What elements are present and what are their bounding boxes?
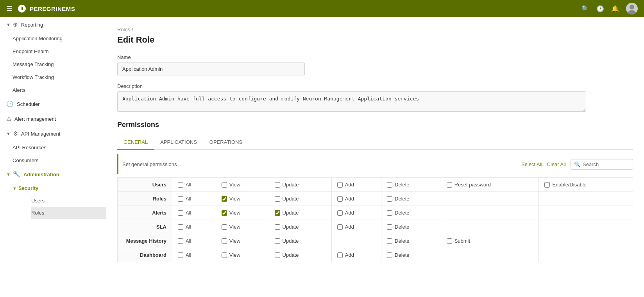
checkbox-delete[interactable]	[387, 224, 392, 230]
perm-cell-update[interactable]: Update	[269, 206, 331, 220]
sidebar-item-security[interactable]: ▼ Security	[13, 182, 106, 195]
checkbox-update[interactable]	[275, 210, 280, 216]
checkbox-extra2[interactable]	[544, 182, 550, 188]
perm-cell-all[interactable]: All	[172, 178, 216, 192]
perm-cell-extra1[interactable]	[441, 220, 539, 234]
perm-cell-add[interactable]: Add	[331, 220, 381, 234]
checkbox-all[interactable]	[178, 182, 183, 188]
perm-cell-view[interactable]: View	[216, 234, 269, 248]
clock-icon[interactable]: 🕐	[596, 5, 604, 13]
tab-applications[interactable]: APPLICATIONS	[154, 135, 203, 150]
checkbox-update[interactable]	[275, 252, 280, 258]
perm-cell-add[interactable]: Add	[331, 248, 381, 262]
perm-cell-view[interactable]: View	[216, 220, 269, 234]
sidebar-item-application-monitoring[interactable]: Application Monitoring	[13, 32, 106, 45]
search-input[interactable]	[583, 161, 630, 167]
checkbox-delete[interactable]	[387, 182, 392, 188]
checkbox-add[interactable]	[337, 182, 343, 188]
checkbox-delete[interactable]	[387, 252, 392, 258]
checkbox-add[interactable]	[337, 224, 343, 230]
perm-cell-extra1[interactable]: Submit	[441, 234, 539, 248]
checkbox-all[interactable]	[178, 252, 183, 258]
perm-cell-update[interactable]: Update	[269, 248, 331, 262]
tab-general[interactable]: GENERAL	[117, 135, 154, 150]
perm-cell-extra2[interactable]	[539, 248, 633, 262]
perm-cell-view[interactable]: View	[216, 248, 269, 262]
perm-cell-extra2[interactable]	[539, 220, 633, 234]
checkbox-add[interactable]	[337, 252, 343, 258]
sidebar-item-reporting[interactable]: ▼ ⊕ Reporting	[0, 17, 106, 32]
perm-cell-delete[interactable]: Delete	[381, 248, 441, 262]
perm-cell-extra2[interactable]	[539, 234, 633, 248]
checkbox-update[interactable]	[275, 182, 280, 188]
breadcrumb[interactable]: Roles /	[117, 27, 633, 32]
sidebar-item-alert-management[interactable]: ⚠ Alert management	[0, 111, 106, 126]
breadcrumb-parent[interactable]: Roles	[117, 27, 130, 32]
sidebar-item-alerts[interactable]: Alerts	[13, 84, 106, 97]
perm-cell-add[interactable]: Add	[331, 192, 381, 206]
perm-cell-delete[interactable]: Delete	[381, 178, 441, 192]
sidebar-item-roles[interactable]: Roles	[31, 207, 106, 219]
checkbox-extra1[interactable]	[447, 182, 452, 188]
sidebar-item-api-management[interactable]: ▼ ⚙ API Management	[0, 126, 106, 141]
perm-cell-extra1[interactable]	[441, 248, 539, 262]
perm-cell-add[interactable]: Add	[331, 178, 381, 192]
checkbox-all[interactable]	[178, 224, 183, 230]
perm-cell-update[interactable]: Update	[269, 220, 331, 234]
user-avatar[interactable]	[626, 3, 638, 14]
perm-cell-delete[interactable]: Delete	[381, 234, 441, 248]
description-input[interactable]: Application Admin have full access to co…	[117, 91, 586, 112]
perm-cell-view[interactable]: View	[216, 206, 269, 220]
perm-cell-extra2[interactable]: Enable/Disable	[539, 178, 633, 192]
perm-cell-all[interactable]: All	[172, 220, 216, 234]
perm-cell-update[interactable]: Update	[269, 192, 331, 206]
checkbox-delete[interactable]	[387, 210, 392, 216]
perm-cell-view[interactable]: View	[216, 178, 269, 192]
checkbox-delete[interactable]	[387, 238, 392, 244]
checkbox-all[interactable]	[178, 238, 183, 244]
perm-cell-update[interactable]: Update	[269, 178, 331, 192]
name-input[interactable]	[117, 63, 305, 75]
checkbox-update[interactable]	[275, 238, 280, 244]
checkbox-delete[interactable]	[387, 196, 392, 202]
perm-cell-extra2[interactable]	[539, 206, 633, 220]
checkbox-add[interactable]	[337, 210, 343, 216]
perm-cell-add[interactable]	[331, 234, 381, 248]
select-all-button[interactable]: Select All	[521, 161, 542, 167]
sidebar-item-workflow-tracking[interactable]: Workflow Tracking	[13, 71, 106, 84]
checkbox-update[interactable]	[275, 196, 280, 202]
checkbox-view[interactable]	[222, 238, 227, 244]
perm-cell-extra1[interactable]: Reset password	[441, 178, 539, 192]
sidebar-item-scheduler[interactable]: 🕐 Scheduler	[0, 97, 106, 111]
clear-all-button[interactable]: Clear All	[547, 161, 566, 167]
perm-cell-extra2[interactable]	[539, 192, 633, 206]
perm-cell-all[interactable]: All	[172, 248, 216, 262]
perm-cell-extra1[interactable]	[441, 206, 539, 220]
checkbox-all[interactable]	[178, 196, 183, 202]
perm-cell-update[interactable]: Update	[269, 234, 331, 248]
checkbox-view[interactable]	[222, 196, 227, 202]
perm-cell-all[interactable]: All	[172, 234, 216, 248]
perm-cell-all[interactable]: All	[172, 206, 216, 220]
sidebar-item-message-tracking[interactable]: Message Tracking	[13, 58, 106, 71]
checkbox-update[interactable]	[275, 224, 280, 230]
checkbox-view[interactable]	[222, 182, 227, 188]
sidebar-item-endpoint-health[interactable]: Endpoint Health	[13, 45, 106, 58]
search-icon[interactable]: 🔍	[581, 5, 589, 13]
perm-cell-all[interactable]: All	[172, 192, 216, 206]
sidebar-item-users[interactable]: Users	[31, 195, 106, 207]
tab-operations[interactable]: OPERATIONS	[203, 135, 249, 150]
checkbox-extra1[interactable]	[447, 238, 452, 244]
perm-cell-view[interactable]: View	[216, 192, 269, 206]
checkbox-all[interactable]	[178, 210, 183, 216]
perm-cell-delete[interactable]: Delete	[381, 192, 441, 206]
sidebar-item-consumers[interactable]: Consumers	[13, 154, 106, 167]
perm-cell-extra1[interactable]	[441, 192, 539, 206]
checkbox-add[interactable]	[337, 196, 343, 202]
perm-cell-add[interactable]: Add	[331, 206, 381, 220]
checkbox-view[interactable]	[222, 224, 227, 230]
perm-cell-delete[interactable]: Delete	[381, 220, 441, 234]
checkbox-view[interactable]	[222, 210, 227, 216]
hamburger-menu[interactable]: ☰	[6, 4, 13, 13]
sidebar-item-api-resources[interactable]: API Resources	[13, 141, 106, 154]
